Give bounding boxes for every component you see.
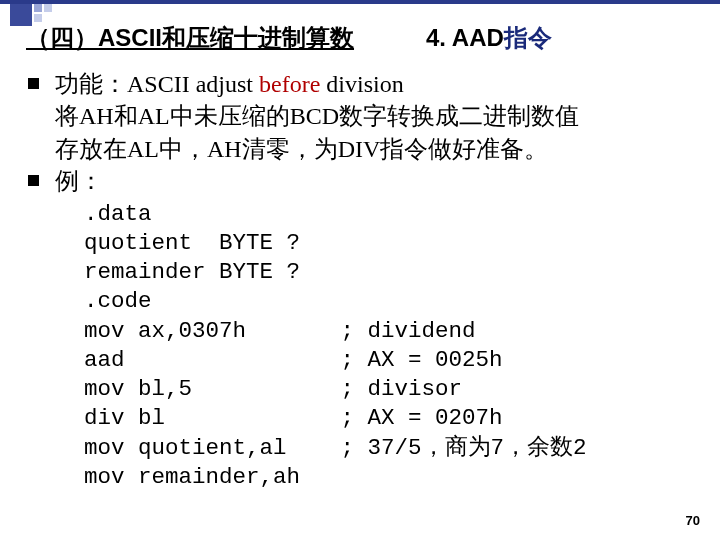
- bullet-function: 功能：ASCII adjust before division 将AH和AL中未…: [28, 68, 706, 165]
- section-heading: （四）ASCII和压缩十进制算数: [26, 22, 354, 54]
- bullet-example: 例：: [28, 165, 706, 197]
- code-listing: .data quotient BYTE ? remainder BYTE ? .…: [84, 200, 706, 493]
- instruction-heading: 4. AAD指令: [426, 22, 552, 54]
- bullet-text: 例：: [55, 165, 103, 197]
- page-number: 70: [686, 513, 700, 528]
- bullet-marker-icon: [28, 78, 39, 89]
- bullet-text: 功能：ASCII adjust before division 将AH和AL中未…: [55, 68, 579, 165]
- bullet-marker-icon: [28, 175, 39, 186]
- bullet-list: 功能：ASCII adjust before division 将AH和AL中未…: [28, 68, 706, 198]
- title-row: （四）ASCII和压缩十进制算数 4. AAD指令: [26, 22, 706, 54]
- slide-content: （四）ASCII和压缩十进制算数 4. AAD指令 功能：ASCII adjus…: [26, 22, 706, 492]
